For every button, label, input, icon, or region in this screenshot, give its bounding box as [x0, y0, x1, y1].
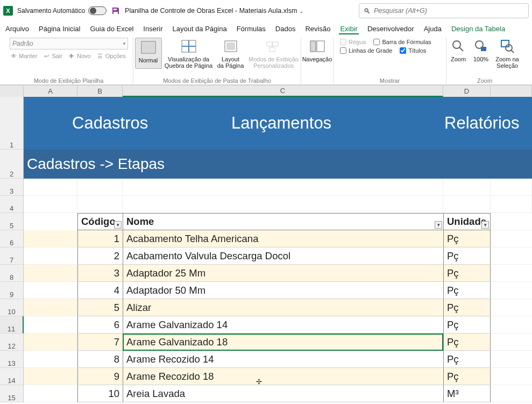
tab-guia-excel[interactable]: Guia do Excel	[90, 25, 133, 33]
tab-design-tabela[interactable]: Design da Tabela	[451, 25, 505, 33]
row-header[interactable]: 12	[0, 334, 24, 351]
table-row[interactable]: 10Areia LavadaM³	[24, 385, 532, 402]
col-header-A[interactable]: A	[24, 86, 77, 97]
tab-arquivo[interactable]: Arquivo	[5, 25, 29, 33]
save-icon[interactable]	[111, 6, 120, 16]
row[interactable]	[24, 179, 532, 196]
filter-icon[interactable]: ▾	[435, 221, 442, 229]
cell[interactable]	[491, 213, 532, 230]
cells[interactable]: Cadastros Lançamentos Relatórios Cadastr…	[24, 97, 532, 402]
row-header[interactable]: 7	[0, 247, 24, 265]
autosave-label: Salvamento Automático	[17, 7, 85, 15]
svg-rect-17	[501, 40, 509, 47]
row-header[interactable]: 15	[0, 385, 24, 402]
excel-icon: X	[3, 6, 13, 16]
custom-views-icon	[266, 38, 281, 55]
chevron-down-icon: ▾	[123, 41, 125, 46]
options-icon: ☰	[96, 53, 104, 60]
banner: Cadastros Lançamentos Relatórios	[24, 97, 532, 150]
page-layout-icon	[223, 38, 238, 55]
table-row[interactable]: 2Acabamento Valvula Descarga DocolPç	[24, 247, 532, 265]
tab-exibir[interactable]: Exibir	[340, 25, 358, 33]
navigation-button[interactable]: Navegação	[302, 38, 332, 62]
group-label: Mostrar	[334, 77, 446, 84]
row-header[interactable]: 6	[0, 230, 24, 247]
row-header[interactable]: 14	[0, 368, 24, 385]
row-header[interactable]: 8	[0, 265, 24, 282]
title-bar: X Salvamento Automático Planilha de Cont…	[0, 0, 532, 22]
row-header[interactable]: 5	[0, 213, 24, 230]
col-header-B[interactable]: B	[77, 86, 123, 97]
table-row[interactable]: 9Arame Recozido 18Pç	[24, 368, 532, 385]
th-codigo[interactable]: Código ▾	[77, 213, 123, 230]
table-row[interactable]: 4Adaptador 50 MmPç	[24, 282, 532, 299]
banner-lancamentos[interactable]: Lançamentos	[231, 114, 444, 133]
svg-rect-1	[143, 42, 154, 52]
chevron-down-icon: ⌄	[299, 8, 303, 14]
row[interactable]	[24, 196, 532, 213]
tab-desenvolvedor[interactable]: Desenvolvedor	[367, 25, 414, 33]
cell[interactable]	[24, 213, 77, 230]
th-unidade[interactable]: Unidade ▾	[443, 213, 491, 230]
col-header-D[interactable]: D	[443, 86, 491, 97]
col-header-E[interactable]	[491, 86, 532, 97]
table-row[interactable]: 5AlizarPç	[24, 299, 532, 316]
menu-bar: Arquivo Página Inicial Guia do Excel Ins…	[0, 22, 532, 36]
sheet-view-dropdown[interactable]: Padrão ▾	[10, 38, 128, 49]
svg-point-12	[453, 41, 460, 48]
svg-line-13	[459, 47, 463, 51]
sair-button[interactable]: ↩ Sair	[42, 53, 62, 60]
tab-ajuda[interactable]: Ajuda	[424, 25, 442, 33]
row-header[interactable]: 4	[0, 196, 24, 213]
ruler-checkbox[interactable]: Régua	[340, 39, 366, 45]
table-row[interactable]: 8Arame Recozido 14Pç	[24, 351, 532, 368]
tab-pagina-inicial[interactable]: Página Inicial	[39, 25, 80, 33]
row-header[interactable]: 11	[0, 316, 24, 334]
breadcrumb: Cadastros -> Etapas	[24, 150, 532, 179]
banner-relatorios[interactable]: Relatórios	[444, 114, 520, 133]
table-row[interactable]: 1Acabamento Telha AmericanaPç	[24, 230, 532, 247]
headings-checkbox[interactable]: Títulos	[400, 47, 426, 54]
zoom-selection-button[interactable]: Zoom na Seleção	[493, 38, 522, 69]
row-header[interactable]: 9	[0, 282, 24, 299]
row-header[interactable]: 13	[0, 351, 24, 368]
ribbon: Padrão ▾ 👁 Manter ↩ Sair ✚ Novo ☰ Opções…	[0, 36, 532, 85]
tab-dados[interactable]: Dados	[275, 25, 296, 33]
tab-revisao[interactable]: Revisão	[305, 25, 330, 33]
search-input[interactable]	[374, 7, 524, 15]
page-break-button[interactable]: Visualização da Quebra de Página	[164, 38, 214, 69]
search-icon: 🔍︎	[364, 7, 371, 15]
search-box[interactable]: 🔍︎	[359, 3, 529, 18]
filter-icon[interactable]: ▾	[114, 221, 122, 229]
th-nome[interactable]: Nome ▾	[123, 213, 443, 230]
row-header[interactable]: 10	[0, 299, 24, 316]
svg-rect-7	[267, 42, 272, 46]
table-row[interactable]: 7Arame Galvanizado 18Pç	[24, 334, 532, 351]
custom-views-button[interactable]: Modos de Exibição Personalizados	[248, 38, 300, 69]
col-header-C[interactable]: C	[123, 86, 443, 97]
tab-formulas[interactable]: Fórmulas	[237, 25, 266, 33]
zoom-button[interactable]: Zoom	[448, 38, 469, 69]
row-headers: 1 2 3 4 5 6 7 8 9 10 11 12 13 14 15	[0, 97, 24, 402]
svg-line-19	[511, 50, 514, 53]
banner-cadastros[interactable]: Cadastros	[72, 114, 231, 133]
formula-bar-checkbox[interactable]: Barra de Fórmulas	[373, 39, 431, 45]
tab-inserir[interactable]: Inserir	[143, 25, 162, 33]
row-header[interactable]: 1	[0, 97, 24, 150]
zoom-100-button[interactable]: 100%	[470, 38, 492, 69]
autosave-toggle[interactable]	[88, 6, 107, 15]
novo-button[interactable]: ✚ Novo	[68, 53, 91, 60]
table-row[interactable]: 6Arame Galvanizado 14Pç	[24, 316, 532, 334]
gridlines-checkbox[interactable]: Linhas de Grade	[340, 47, 392, 54]
table-row[interactable]: 3Adaptador 25 MmPç	[24, 265, 532, 282]
page-layout-button[interactable]: Layout da Página	[216, 38, 246, 69]
manter-button[interactable]: 👁 Manter	[10, 53, 37, 60]
row-header[interactable]: 3	[0, 179, 24, 196]
select-all-triangle[interactable]	[0, 86, 24, 97]
row-header[interactable]: 2	[0, 150, 24, 179]
normal-view-button[interactable]: Normal	[135, 38, 162, 69]
tab-layout[interactable]: Layout da Página	[172, 25, 226, 33]
opcoes-button[interactable]: ☰ Opções	[96, 53, 126, 60]
filter-icon[interactable]: ▾	[481, 221, 489, 229]
file-title[interactable]: Planilha de Controle de Obras Excel - Ma…	[125, 7, 303, 15]
